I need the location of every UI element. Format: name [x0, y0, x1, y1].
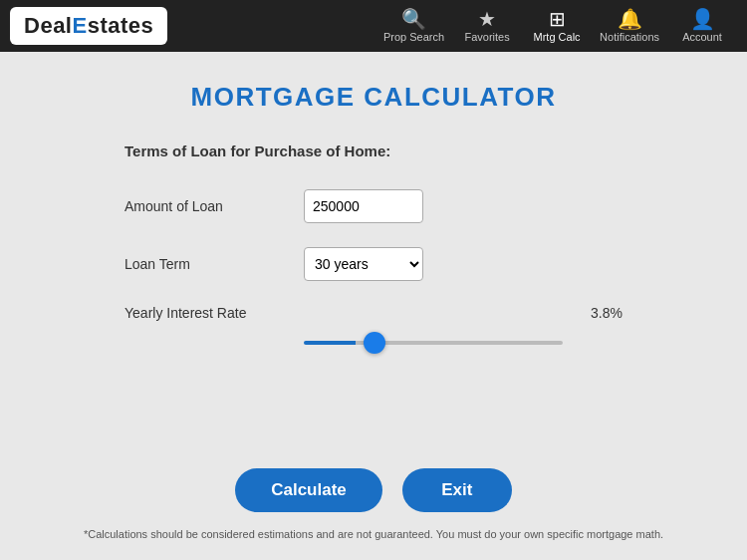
nav-items: 🔍 Prop Search ★ Favorites ⊞ Mrtg Calc 🔔 … [375, 0, 737, 52]
calc-icon: ⊞ [549, 9, 566, 29]
page-title: MORTGAGE CALCULATOR [191, 82, 557, 113]
loan-term-select[interactable]: 10 years 15 years 20 years 25 years 30 y… [304, 247, 423, 281]
main-content: MORTGAGE CALCULATOR Terms of Loan for Pu… [0, 52, 747, 560]
loan-term-label: Loan Term [124, 256, 304, 272]
button-row: Calculate Exit [235, 468, 512, 512]
exit-button[interactable]: Exit [402, 468, 512, 512]
nav-prop-search-label: Prop Search [383, 31, 444, 43]
logo-text: DealEstates [24, 13, 153, 39]
bell-icon: 🔔 [618, 9, 642, 29]
nav-account-label: Account [682, 31, 722, 43]
interest-rate-row: Yearly Interest Rate 3.8% [124, 305, 622, 349]
nav-mrtg-calc[interactable]: ⊞ Mrtg Calc [522, 0, 592, 52]
slider-container [304, 331, 563, 349]
nav-notifications[interactable]: 🔔 Notifications [592, 0, 667, 52]
interest-top: Yearly Interest Rate 3.8% [124, 305, 622, 321]
mortgage-form: Terms of Loan for Purchase of Home: Amou… [124, 142, 622, 369]
logo[interactable]: DealEstates [10, 7, 167, 45]
nav-prop-search[interactable]: 🔍 Prop Search [375, 0, 452, 52]
section-label: Terms of Loan for Purchase of Home: [124, 142, 622, 159]
navbar: DealEstates 🔍 Prop Search ★ Favorites ⊞ … [0, 0, 747, 52]
loan-amount-row: Amount of Loan [124, 189, 622, 223]
nav-favorites-label: Favorites [464, 31, 509, 43]
calculate-button[interactable]: Calculate [235, 468, 382, 512]
interest-rate-value: 3.8% [573, 305, 622, 321]
interest-rate-slider[interactable] [304, 341, 563, 345]
loan-term-row: Loan Term 10 years 15 years 20 years 25 … [124, 247, 622, 281]
interest-rate-label: Yearly Interest Rate [124, 305, 304, 321]
nav-mrtg-calc-label: Mrtg Calc [534, 31, 581, 43]
loan-amount-input[interactable] [304, 189, 423, 223]
account-icon: 👤 [690, 9, 715, 29]
search-icon: 🔍 [401, 9, 426, 29]
nav-favorites[interactable]: ★ Favorites [452, 0, 522, 52]
nav-account[interactable]: 👤 Account [667, 0, 737, 52]
disclaimer: *Calculations should be considered estim… [64, 528, 683, 540]
nav-notifications-label: Notifications [600, 31, 659, 43]
loan-amount-label: Amount of Loan [124, 198, 304, 214]
favorites-icon: ★ [478, 9, 496, 29]
